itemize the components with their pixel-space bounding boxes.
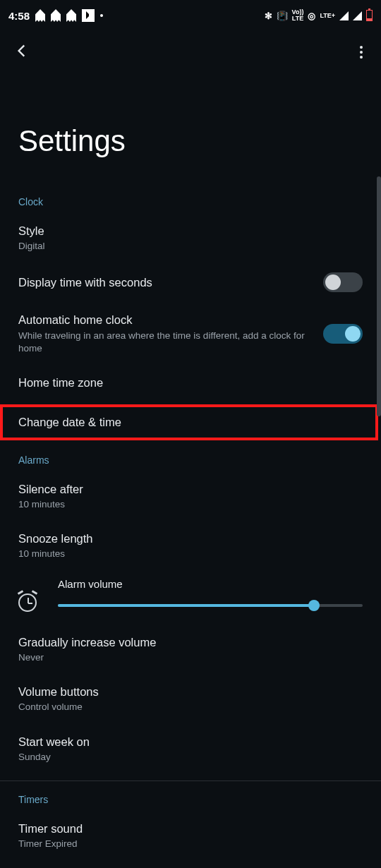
pref-subtitle: 10 minutes <box>18 498 363 511</box>
pref-subtitle: While traveling in an area where the tim… <box>18 330 309 355</box>
pref-title: Home time zone <box>18 375 363 390</box>
back-button[interactable] <box>13 42 31 63</box>
section-header-alarms: Alarms <box>0 445 381 471</box>
lte-label: LTE+ <box>320 13 335 19</box>
scrollbar[interactable] <box>377 176 381 416</box>
status-time: 4:58 <box>8 10 30 22</box>
pref-subtitle: Digital <box>18 240 363 253</box>
pref-home-time-zone[interactable]: Home time zone <box>0 365 381 400</box>
pref-volume-buttons[interactable]: Volume buttons Control volume <box>0 674 381 723</box>
pref-title: Automatic home clock <box>18 312 309 327</box>
volte-icon: Vo))LTE <box>292 9 304 22</box>
alarm-volume-slider[interactable] <box>58 604 363 607</box>
pref-title: Timer sound <box>18 821 363 836</box>
pref-subtitle: Sunday <box>18 751 363 764</box>
pref-snooze-length[interactable]: Snooze length 10 minutes <box>0 521 381 570</box>
section-header-timers: Timers <box>0 784 381 811</box>
vibrate-icon: 📳 <box>277 11 288 21</box>
pref-alarm-volume: Alarm volume <box>0 571 381 625</box>
signal-secondary-icon <box>353 11 362 20</box>
pref-auto-home-clock[interactable]: Automatic home clock While traveling in … <box>0 302 381 365</box>
media-icon <box>82 9 95 22</box>
snapchat-icon <box>66 9 76 22</box>
highlight-change-date-time: Change date & time <box>0 404 378 440</box>
toggle-auto-home-clock[interactable] <box>323 324 363 344</box>
pref-title: Volume buttons <box>18 684 363 699</box>
pref-subtitle: Never <box>18 651 363 664</box>
more-notifications-icon <box>100 14 103 17</box>
settings-list: Settings Clock Style Digital Display tim… <box>0 73 381 868</box>
pref-start-week-on[interactable]: Start week on Sunday <box>0 724 381 773</box>
snapchat-icon <box>35 9 45 22</box>
pref-subtitle: Timer Expired <box>18 838 363 850</box>
pref-display-seconds[interactable]: Display time with seconds <box>0 263 381 302</box>
bluetooth-icon: ✻ <box>265 11 272 21</box>
section-divider <box>0 780 381 781</box>
pref-title: Gradually increase volume <box>18 634 363 650</box>
battery-low-icon <box>366 10 373 21</box>
pref-title: Start week on <box>18 734 363 749</box>
app-bar <box>0 31 381 73</box>
snapchat-icon <box>51 9 61 22</box>
pref-silence-after[interactable]: Silence after 10 minutes <box>0 471 381 521</box>
pref-subtitle: Control volume <box>18 701 363 713</box>
pref-title: Style <box>18 223 363 239</box>
pref-subtitle: 10 minutes <box>18 548 363 560</box>
page-title: Settings <box>0 73 381 186</box>
pref-title: Change date & time <box>18 414 360 430</box>
pref-gradually-increase-volume[interactable]: Gradually increase volume Never <box>0 625 381 674</box>
alarm-clock-icon <box>18 593 37 612</box>
pref-title: Display time with seconds <box>18 275 309 290</box>
pref-change-date-time[interactable]: Change date & time <box>3 407 375 437</box>
hotspot-icon: ◎ <box>308 11 315 21</box>
pref-title: Snooze length <box>18 531 363 546</box>
pref-title: Silence after <box>18 481 363 497</box>
pref-style[interactable]: Style Digital <box>0 213 381 263</box>
signal-icon <box>339 11 349 20</box>
slider-label: Alarm volume <box>58 578 363 590</box>
toggle-display-seconds[interactable] <box>323 272 363 292</box>
overflow-menu-button[interactable] <box>354 40 368 64</box>
section-header-clock: Clock <box>0 186 381 213</box>
pref-timer-sound[interactable]: Timer sound Timer Expired <box>0 811 381 860</box>
status-bar: 4:58 ✻ 📳 Vo))LTE ◎ LTE+ <box>0 0 381 31</box>
pref-timer-gradually-increase[interactable]: Gradually increase volume <box>0 861 381 868</box>
